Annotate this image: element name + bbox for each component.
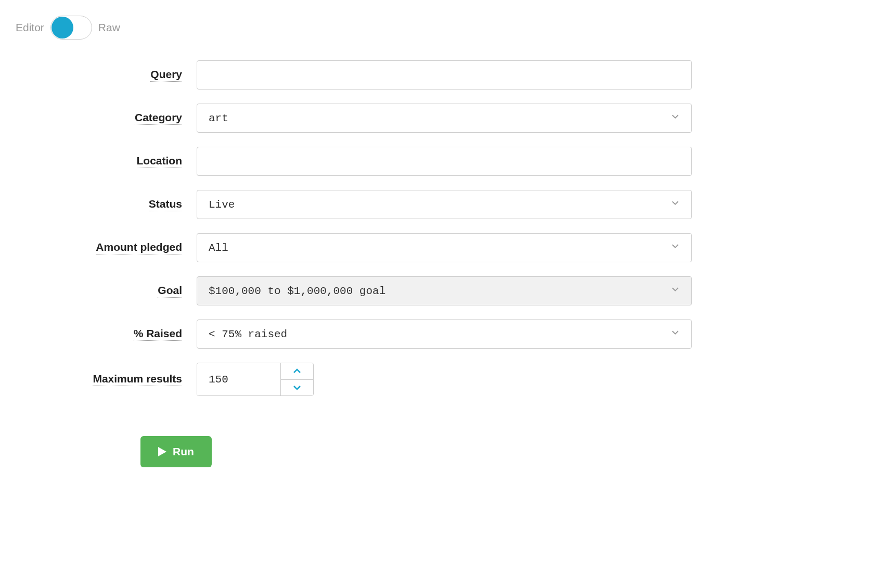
chevron-down-icon [670,111,681,125]
percent-raised-select[interactable]: < 75% raised [197,319,692,349]
amount-pledged-select[interactable]: All [197,233,692,262]
query-input[interactable] [197,60,692,90]
button-row: Run [16,436,692,467]
row-location: Location [16,147,692,176]
chevron-down-icon [670,327,681,341]
row-status: Status Live [16,190,692,219]
chevron-down-icon [670,240,681,255]
run-button[interactable]: Run [140,436,212,467]
label-location: Location [137,155,183,168]
toggle-label-editor: Editor [16,21,44,34]
label-percent-raised: % Raised [134,327,182,341]
chevron-up-icon [293,368,301,374]
category-select-value: art [209,112,228,124]
row-maximum-results: Maximum results [16,363,692,396]
goal-select[interactable]: $100,000 to $1,000,000 goal [197,276,692,305]
row-category: Category art [16,104,692,133]
percent-raised-select-value: < 75% raised [209,328,287,340]
chevron-down-icon [293,385,301,390]
stepper-up-button[interactable] [281,363,313,380]
toggle-knob [52,17,73,39]
chevron-down-icon [670,284,681,298]
play-icon [158,447,166,456]
form-container: Query Category art Location Status [16,60,692,467]
location-input[interactable] [197,147,692,176]
row-amount-pledged: Amount pledged All [16,233,692,262]
goal-select-value: $100,000 to $1,000,000 goal [209,285,385,297]
svg-marker-0 [158,447,166,456]
label-maximum-results: Maximum results [93,373,182,386]
stepper-down-button[interactable] [281,380,313,396]
amount-pledged-select-value: All [209,242,228,254]
label-goal: Goal [158,284,182,298]
category-select[interactable]: art [197,104,692,133]
status-select[interactable]: Live [197,190,692,219]
view-mode-toggle-row: Editor Raw [16,16,859,40]
maximum-results-stepper [197,363,314,396]
chevron-down-icon [670,197,681,212]
row-percent-raised: % Raised < 75% raised [16,319,692,349]
label-amount-pledged: Amount pledged [96,241,182,254]
status-select-value: Live [209,199,235,211]
view-mode-toggle[interactable] [50,16,92,40]
row-goal: Goal $100,000 to $1,000,000 goal [16,276,692,305]
label-category: Category [135,111,182,125]
toggle-label-raw: Raw [98,21,120,34]
run-button-label: Run [173,445,194,458]
row-query: Query [16,60,692,90]
maximum-results-input[interactable] [197,363,280,395]
label-query: Query [150,68,182,82]
label-status: Status [149,198,182,211]
